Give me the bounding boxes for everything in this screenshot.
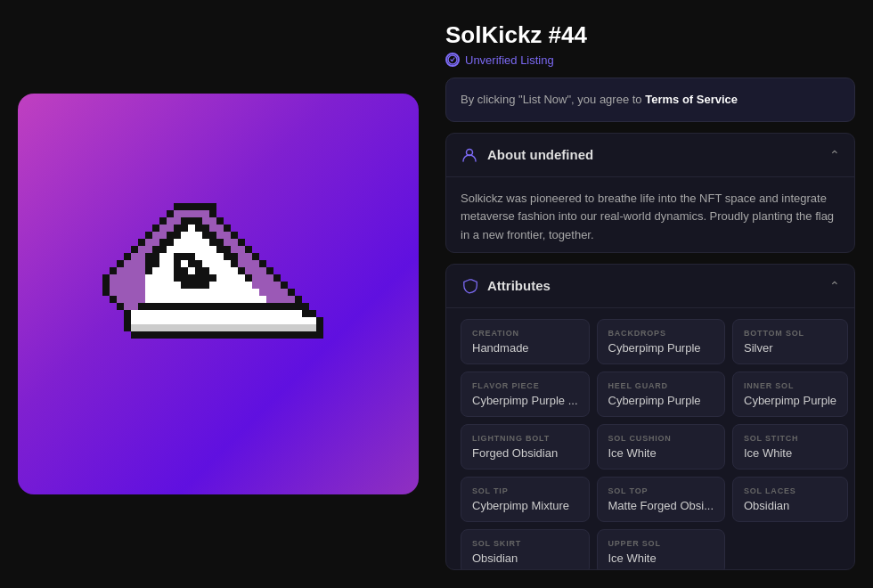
attr-value: Cyberpimp Mixture	[472, 499, 578, 512]
about-chevron: ⌃	[829, 148, 840, 162]
about-title: About undefined	[487, 147, 593, 162]
attr-card: SOL LACESObsidian	[732, 477, 848, 522]
attr-label: HEEL GUARD	[608, 381, 714, 390]
attr-value: Ice White	[608, 446, 714, 460]
attr-value: Matte Forged Obsi...	[608, 499, 714, 512]
person-icon	[461, 146, 478, 164]
unverified-icon	[445, 53, 460, 67]
tos-link[interactable]: Terms of Service	[645, 93, 738, 106]
attributes-header[interactable]: Attributes ⌃	[446, 265, 854, 307]
attr-label: SOL TOP	[608, 486, 714, 495]
attr-value: Handmade	[472, 341, 578, 355]
attributes-grid: CREATIONHandmadeBACKDROPSCyberpimp Purpl…	[446, 307, 854, 570]
attr-value: Ice White	[744, 446, 836, 460]
attr-label: SOL SKIRT	[472, 539, 578, 548]
about-header[interactable]: About undefined ⌃	[446, 134, 854, 176]
attr-card: SOL CUSHIONIce White	[597, 424, 726, 470]
attr-card: BACKDROPSCyberpimp Purple	[597, 319, 726, 364]
attr-label: SOL CUSHION	[608, 434, 714, 443]
attr-card: BOTTOM SOLSilver	[732, 319, 848, 364]
about-body: Solkickz was pioneered to breathe life i…	[446, 176, 854, 253]
attr-card: HEEL GUARDCyberpimp Purple	[597, 372, 726, 417]
tos-box: By clicking "List Now", you agree to Ter…	[445, 78, 855, 122]
nft-image	[18, 94, 419, 494]
attr-card: SOL TOPMatte Forged Obsi...	[597, 477, 726, 522]
shield-icon	[461, 277, 478, 295]
attr-value: Ice White	[608, 551, 714, 565]
attr-label: BACKDROPS	[608, 329, 714, 338]
attr-card: INNER SOLCyberpimp Purple	[732, 372, 848, 417]
attr-value: Forged Obsidian	[472, 446, 578, 460]
attr-card: SOL SKIRTObsidian	[461, 529, 590, 570]
attr-value: Obsidian	[744, 499, 836, 512]
attr-value: Silver	[744, 341, 836, 355]
attr-card: SOL STITCHIce White	[732, 424, 848, 470]
attributes-title: Attributes	[487, 278, 551, 293]
unverified-badge: Unverified Listing	[445, 53, 855, 67]
attr-value: Cyberpimp Purple ...	[472, 394, 578, 407]
attr-label: SOL LACES	[744, 486, 836, 495]
attr-card: CREATIONHandmade	[461, 319, 590, 364]
attributes-chevron: ⌃	[829, 279, 840, 293]
attr-card: UPPER SOLIce White	[597, 529, 726, 570]
attr-value: Obsidian	[472, 551, 578, 565]
attr-label: SOL STITCH	[744, 434, 836, 443]
attr-value: Cyberpimp Purple	[608, 394, 714, 407]
about-section: About undefined ⌃ Solkickz was pioneered…	[445, 133, 855, 253]
attr-value: Cyberpimp Purple	[608, 341, 714, 355]
attributes-section: Attributes ⌃ CREATIONHandmadeBACKDROPSCy…	[445, 264, 855, 570]
attr-label: UPPER SOL	[608, 539, 714, 548]
nft-title: SolKickz #44	[445, 21, 855, 49]
sneaker-canvas	[102, 196, 334, 392]
left-panel	[0, 0, 436, 588]
about-description: Solkickz was pioneered to breathe life i…	[461, 177, 840, 245]
attr-label: INNER SOL	[744, 381, 836, 390]
attr-label: BOTTOM SOL	[744, 329, 836, 338]
attr-card: LIGHTNING BOLTForged Obsidian	[461, 424, 590, 470]
right-panel: SolKickz #44 Unverified Listing By click…	[436, 0, 873, 588]
attr-label: FLAVOR PIECE	[472, 381, 578, 390]
tos-prefix: By clicking "List Now", you agree to	[461, 93, 645, 106]
attr-label: CREATION	[472, 329, 578, 338]
unverified-label: Unverified Listing	[465, 53, 554, 67]
attr-label: LIGHTNING BOLT	[472, 434, 578, 443]
attr-value: Cyberpimp Purple	[744, 394, 836, 407]
attr-label: SOL TIP	[472, 486, 578, 495]
attr-card: SOL TIPCyberpimp Mixture	[461, 477, 590, 522]
attr-card: FLAVOR PIECECyberpimp Purple ...	[461, 372, 590, 417]
